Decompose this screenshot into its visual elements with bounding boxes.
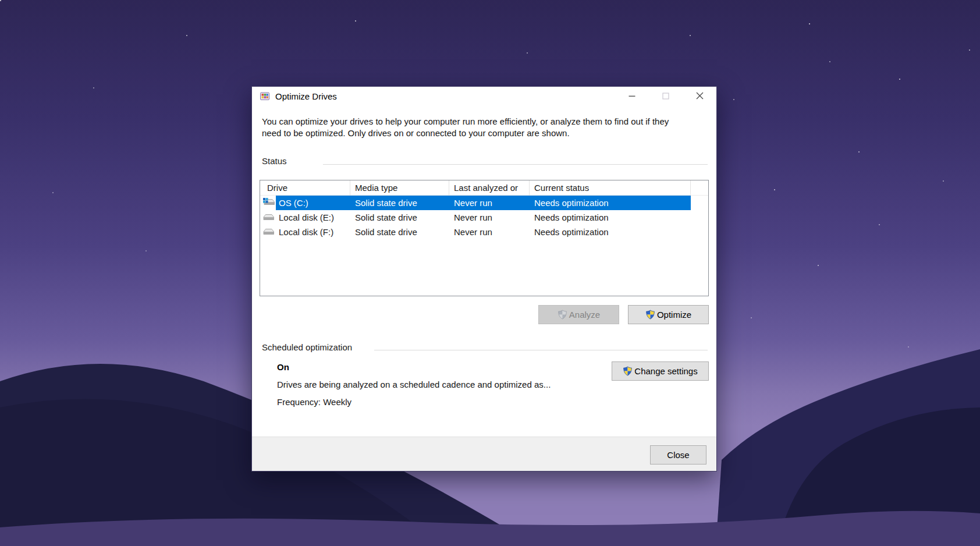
- scheduled-group-line: [374, 350, 708, 350]
- close-button[interactable]: Close: [650, 445, 706, 465]
- scheduled-frequency: Frequency: Weekly: [277, 397, 351, 407]
- window-description: You can optimize your drives to help you…: [262, 116, 687, 139]
- drive-icon: [262, 226, 275, 237]
- shield-icon-disabled: [558, 310, 567, 320]
- status-group-line: [323, 164, 708, 165]
- cell-current-status: Needs optimization: [530, 225, 691, 239]
- drive-row-os-c[interactable]: OS (C:) Solid state drive Never run Need…: [260, 196, 708, 210]
- dialog-footer: Close: [252, 437, 716, 471]
- shield-icon: [645, 310, 655, 320]
- cell-filler: [691, 210, 708, 225]
- cell-media-type: Solid state drive: [350, 196, 449, 210]
- maximize-icon: [662, 93, 669, 100]
- minimize-icon: [629, 93, 635, 100]
- cell-filler: [691, 225, 708, 239]
- window-title: Optimize Drives: [275, 91, 337, 101]
- os-drive-icon: [262, 197, 275, 208]
- cell-last-analyzed: Never run: [449, 225, 530, 239]
- drive-row-local-f[interactable]: Local disk (F:) Solid state drive Never …: [260, 225, 708, 239]
- cell-filler: [691, 196, 708, 210]
- analyze-button[interactable]: Analyze: [538, 305, 619, 324]
- optimize-drives-window: Optimize Drives You can optimize your dr…: [251, 86, 717, 471]
- defrag-app-icon: [260, 91, 270, 101]
- status-group-label: Status: [262, 156, 290, 166]
- scheduled-state: On: [277, 362, 289, 372]
- cell-last-analyzed: Never run: [449, 210, 530, 225]
- scheduled-description: Drives are being analyzed on a scheduled…: [277, 380, 551, 389]
- drive-icon: [262, 212, 275, 222]
- change-settings-button[interactable]: Change settings: [612, 361, 709, 381]
- analyze-button-label: Analyze: [569, 310, 600, 320]
- optimize-button-label: Optimize: [657, 310, 691, 320]
- optimize-button[interactable]: Optimize: [628, 305, 709, 324]
- maximize-button: [649, 87, 683, 105]
- cell-media-type: Solid state drive: [350, 210, 449, 225]
- minimize-button[interactable]: [615, 87, 649, 105]
- drive-row-local-e[interactable]: Local disk (E:) Solid state drive Never …: [260, 210, 708, 225]
- close-window-button[interactable]: [683, 87, 716, 105]
- close-button-label: Close: [667, 450, 689, 460]
- shield-icon: [623, 366, 633, 376]
- cell-current-status: Needs optimization: [530, 196, 691, 210]
- caption-buttons: [615, 87, 716, 105]
- cell-last-analyzed: Never run: [449, 196, 530, 210]
- title-bar: Optimize Drives: [252, 87, 716, 105]
- cell-media-type: Solid state drive: [350, 225, 449, 239]
- cell-current-status: Needs optimization: [530, 210, 691, 225]
- scheduled-group-label: Scheduled optimization: [262, 342, 356, 352]
- drives-list-header: Drive Media type Last analyzed or … Curr…: [260, 180, 708, 196]
- change-settings-button-label: Change settings: [634, 366, 697, 376]
- drives-list: Drive Media type Last analyzed or … Curr…: [260, 180, 709, 296]
- close-icon: [696, 92, 704, 100]
